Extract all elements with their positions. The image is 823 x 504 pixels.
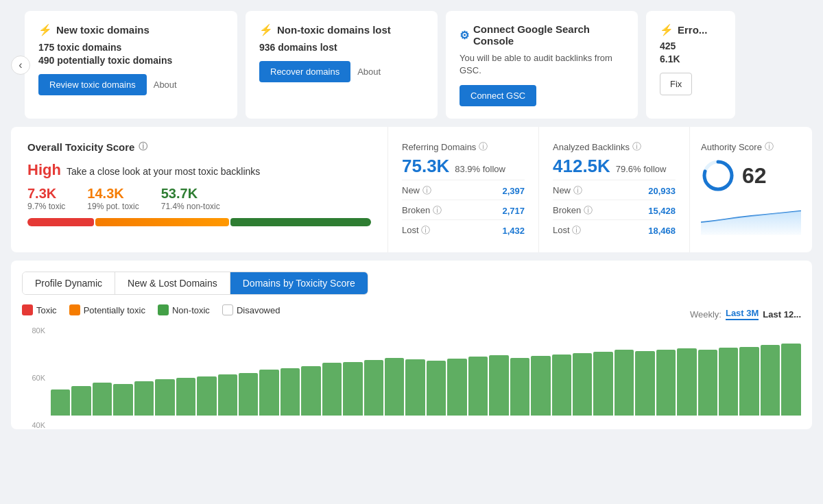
- analyzed-info-icon[interactable]: ⓘ: [632, 141, 641, 153]
- bar-segment: [93, 383, 112, 416]
- legend-non-toxic: Non-toxic: [158, 304, 210, 315]
- toxicity-title: Overall Toxicity Score ⓘ: [27, 141, 371, 153]
- prev-arrow[interactable]: ‹: [11, 56, 30, 75]
- chart-bar: [176, 378, 195, 416]
- card-2-about-link[interactable]: About: [357, 67, 381, 77]
- chart-bar: [259, 370, 278, 416]
- high-row: High Take a close look at your most toxi…: [27, 161, 371, 179]
- bar-segment: [134, 381, 154, 416]
- card-1-actions: Review toxic domains About: [38, 74, 224, 95]
- bar-segment: [489, 355, 508, 416]
- chart-bar: [385, 358, 404, 416]
- legend-disavowed: Disavowed: [222, 304, 281, 315]
- metrics-row: 7.3K 9.7% toxic 14.3K 19% pot. toxic 53.…: [27, 186, 371, 211]
- bar-segment: [739, 347, 759, 416]
- referring-domains-block: Referring Domains ⓘ 75.3K 83.9% follow N…: [388, 127, 539, 252]
- toxic-checkbox[interactable]: [22, 304, 33, 315]
- review-toxic-button[interactable]: Review toxic domains: [38, 74, 147, 95]
- bar-segment: [322, 363, 342, 416]
- chart-bar: [427, 361, 446, 416]
- bar-segment: [698, 350, 717, 416]
- referring-value-row: 75.3K 83.9% follow: [402, 156, 525, 177]
- bar-segment: [468, 357, 488, 416]
- toxicity-progress-bar: [27, 218, 371, 226]
- pot-toxic-checkbox[interactable]: [69, 304, 80, 315]
- bar-segment: [259, 370, 278, 416]
- chart-bar: [531, 356, 550, 416]
- analyzed-lost-icon[interactable]: ⓘ: [572, 225, 581, 235]
- bar-segment: [176, 378, 195, 416]
- chart-bar: [489, 355, 508, 416]
- referring-broken-row: Broken ⓘ 2,717: [402, 204, 525, 217]
- non-toxic-lost-card: ⚡ Non-toxic domains lost 936 domains los…: [246, 11, 438, 119]
- bar-segment: [197, 376, 216, 416]
- bar-green: [230, 218, 371, 226]
- chart-bar: [447, 359, 466, 416]
- analyzed-value: 412.5K: [553, 156, 610, 176]
- chart-bar: [677, 348, 696, 416]
- tab-new-lost[interactable]: New & Lost Domains: [115, 272, 230, 294]
- bar-segment: [343, 362, 362, 416]
- chart-bar: [197, 376, 216, 416]
- bar-segment: [155, 379, 174, 416]
- tab-profile-dynamic[interactable]: Profile Dynamic: [23, 272, 115, 294]
- non-toxic-checkbox[interactable]: [158, 304, 169, 315]
- referring-label: Referring Domains ⓘ: [402, 141, 525, 153]
- card-2-stat-1: 936 domains lost: [259, 42, 424, 53]
- toxicity-info-icon[interactable]: ⓘ: [139, 141, 147, 153]
- card-1-about-link[interactable]: About: [154, 80, 177, 90]
- bar-segment: [447, 359, 466, 416]
- analyzed-broken-icon[interactable]: ⓘ: [584, 205, 593, 215]
- tab-toxicity-score[interactable]: Domains by Toxicity Score: [230, 272, 368, 294]
- chart-bar: [134, 381, 154, 416]
- bar-segment: [761, 345, 780, 416]
- bar-segment: [51, 389, 70, 416]
- connect-gsc-button[interactable]: Connect GSC: [460, 85, 536, 106]
- bar-segment: [427, 361, 446, 416]
- last-12m-btn[interactable]: Last 12...: [763, 309, 801, 320]
- connect-gsc-card: ⚙ Connect Google Search Console You will…: [446, 11, 638, 119]
- chart-bar: [635, 351, 654, 416]
- error-card: ⚡ Erro... 425 6.1K Fix: [646, 11, 735, 119]
- authority-info-icon[interactable]: ⓘ: [765, 141, 774, 153]
- fix-button[interactable]: Fix: [660, 73, 692, 95]
- chart-bar: [51, 389, 70, 416]
- analyzed-label: Analyzed Backlinks ⓘ: [553, 141, 676, 153]
- chart-bar: [281, 368, 300, 416]
- chart-bar: [343, 362, 362, 416]
- analyzed-new-row: New ⓘ 20,933: [553, 184, 676, 197]
- chart-bar: [698, 350, 717, 416]
- new-info-icon[interactable]: ⓘ: [422, 185, 431, 195]
- referring-new-row: New ⓘ 2,397: [402, 184, 525, 197]
- analyzed-new-icon[interactable]: ⓘ: [573, 185, 582, 195]
- bar-segment: [510, 358, 529, 416]
- referring-info-icon[interactable]: ⓘ: [479, 141, 488, 153]
- bolt-icon-4: ⚡: [660, 23, 673, 36]
- chart-bar: [71, 386, 91, 416]
- last-3m-btn[interactable]: Last 3M: [726, 308, 759, 320]
- analyzed-block: Analyzed Backlinks ⓘ 412.5K 79.6% follow…: [539, 127, 690, 252]
- chart-bar: [656, 350, 676, 416]
- top-cards-row: ⚡ New toxic domains 175 toxic domains 49…: [25, 11, 812, 119]
- chart-y-labels: 80K 60K 40K: [22, 326, 48, 429]
- disavowed-checkbox[interactable]: [222, 304, 233, 315]
- chart-bar: [322, 363, 342, 416]
- recover-domains-button[interactable]: Recover domains: [259, 61, 350, 82]
- chart-container: 80K 60K 40K: [22, 326, 801, 429]
- authority-number: 62: [742, 163, 767, 189]
- broken-info-icon[interactable]: ⓘ: [433, 205, 442, 215]
- card-2-title: ⚡ Non-toxic domains lost: [259, 23, 424, 36]
- bar-orange: [95, 218, 229, 226]
- chart-bar: [761, 345, 780, 416]
- analyzed-value-row: 412.5K 79.6% follow: [553, 156, 676, 177]
- bar-segment: [677, 348, 696, 416]
- auth-row: 62: [701, 158, 801, 193]
- new-toxic-card: ⚡ New toxic domains 175 toxic domains 49…: [25, 11, 237, 119]
- lost-info-icon[interactable]: ⓘ: [421, 225, 430, 235]
- bar-segment: [113, 384, 132, 416]
- analyzed-lost-row: Lost ⓘ 18,468: [553, 224, 676, 237]
- card-4-stat-1: 425: [660, 40, 721, 51]
- bar-segment: [218, 374, 237, 416]
- chart-bar: [615, 350, 634, 416]
- authority-label: Authority Score ⓘ: [701, 141, 801, 153]
